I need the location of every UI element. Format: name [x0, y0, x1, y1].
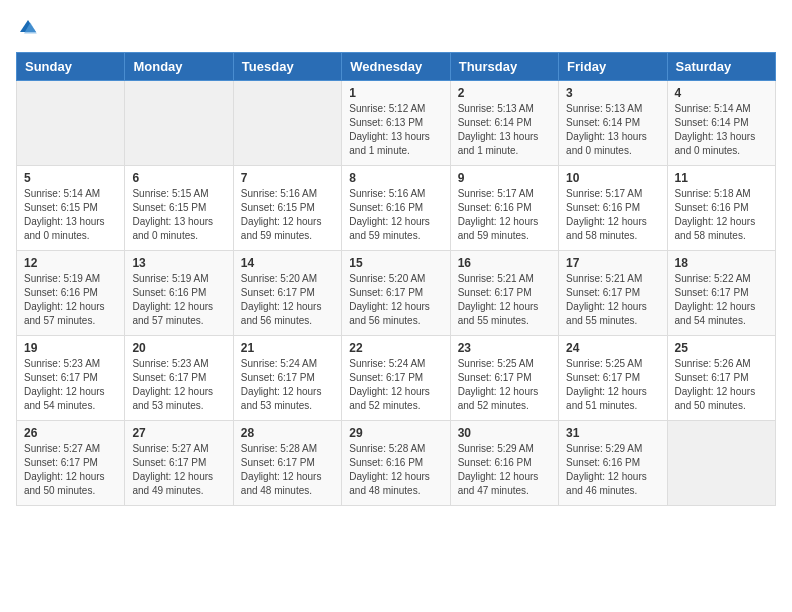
day-info-text: Sunset: 6:14 PM — [458, 116, 551, 130]
day-number: 15 — [349, 256, 442, 270]
day-info-text: Daylight: 12 hours and 57 minutes. — [24, 300, 117, 328]
day-number: 23 — [458, 341, 551, 355]
day-info-text: Daylight: 12 hours and 54 minutes. — [675, 300, 768, 328]
calendar-day-cell: 16Sunrise: 5:21 AMSunset: 6:17 PMDayligh… — [450, 251, 558, 336]
calendar-week-row: 1Sunrise: 5:12 AMSunset: 6:13 PMDaylight… — [17, 81, 776, 166]
day-info-text: Daylight: 12 hours and 59 minutes. — [458, 215, 551, 243]
day-info-text: Sunset: 6:17 PM — [675, 371, 768, 385]
day-info-text: Sunset: 6:17 PM — [675, 286, 768, 300]
day-number: 13 — [132, 256, 225, 270]
day-info-text: Daylight: 13 hours and 0 minutes. — [132, 215, 225, 243]
day-info-text: Sunset: 6:17 PM — [132, 371, 225, 385]
calendar-week-row: 26Sunrise: 5:27 AMSunset: 6:17 PMDayligh… — [17, 421, 776, 506]
calendar-day-cell: 4Sunrise: 5:14 AMSunset: 6:14 PMDaylight… — [667, 81, 775, 166]
day-info-text: Daylight: 12 hours and 55 minutes. — [458, 300, 551, 328]
day-info-text: Daylight: 12 hours and 51 minutes. — [566, 385, 659, 413]
calendar-day-cell — [17, 81, 125, 166]
day-info-text: Sunrise: 5:28 AM — [241, 442, 334, 456]
calendar-day-cell: 19Sunrise: 5:23 AMSunset: 6:17 PMDayligh… — [17, 336, 125, 421]
day-info-text: Sunrise: 5:25 AM — [458, 357, 551, 371]
day-info-text: Sunset: 6:17 PM — [24, 371, 117, 385]
day-info-text: Sunset: 6:16 PM — [675, 201, 768, 215]
day-number: 7 — [241, 171, 334, 185]
day-info-text: Sunrise: 5:20 AM — [349, 272, 442, 286]
day-number: 22 — [349, 341, 442, 355]
day-info-text: Sunset: 6:16 PM — [132, 286, 225, 300]
calendar-week-row: 19Sunrise: 5:23 AMSunset: 6:17 PMDayligh… — [17, 336, 776, 421]
day-info-text: Sunset: 6:15 PM — [24, 201, 117, 215]
day-info-text: Sunrise: 5:16 AM — [241, 187, 334, 201]
day-info-text: Sunset: 6:13 PM — [349, 116, 442, 130]
day-number: 18 — [675, 256, 768, 270]
calendar-day-cell — [233, 81, 341, 166]
day-info-text: Sunrise: 5:12 AM — [349, 102, 442, 116]
calendar-day-cell: 21Sunrise: 5:24 AMSunset: 6:17 PMDayligh… — [233, 336, 341, 421]
day-info-text: Sunset: 6:17 PM — [349, 371, 442, 385]
logo — [16, 16, 44, 40]
calendar-day-cell: 12Sunrise: 5:19 AMSunset: 6:16 PMDayligh… — [17, 251, 125, 336]
day-info-text: Sunrise: 5:19 AM — [24, 272, 117, 286]
calendar-day-cell: 28Sunrise: 5:28 AMSunset: 6:17 PMDayligh… — [233, 421, 341, 506]
day-info-text: Sunset: 6:16 PM — [566, 201, 659, 215]
calendar-day-cell: 17Sunrise: 5:21 AMSunset: 6:17 PMDayligh… — [559, 251, 667, 336]
calendar-day-cell: 29Sunrise: 5:28 AMSunset: 6:16 PMDayligh… — [342, 421, 450, 506]
day-info-text: Daylight: 12 hours and 59 minutes. — [349, 215, 442, 243]
day-number: 4 — [675, 86, 768, 100]
day-number: 25 — [675, 341, 768, 355]
day-info-text: Sunset: 6:17 PM — [241, 456, 334, 470]
day-info-text: Daylight: 12 hours and 54 minutes. — [24, 385, 117, 413]
day-info-text: Sunrise: 5:15 AM — [132, 187, 225, 201]
day-info-text: Sunset: 6:16 PM — [458, 456, 551, 470]
day-info-text: Sunset: 6:16 PM — [566, 456, 659, 470]
day-number: 10 — [566, 171, 659, 185]
calendar-day-cell: 27Sunrise: 5:27 AMSunset: 6:17 PMDayligh… — [125, 421, 233, 506]
day-number: 30 — [458, 426, 551, 440]
calendar-day-cell: 26Sunrise: 5:27 AMSunset: 6:17 PMDayligh… — [17, 421, 125, 506]
day-info-text: Daylight: 12 hours and 50 minutes. — [24, 470, 117, 498]
calendar-header-row: SundayMondayTuesdayWednesdayThursdayFrid… — [17, 53, 776, 81]
day-info-text: Sunset: 6:17 PM — [241, 371, 334, 385]
day-info-text: Daylight: 12 hours and 53 minutes. — [241, 385, 334, 413]
calendar-day-cell: 3Sunrise: 5:13 AMSunset: 6:14 PMDaylight… — [559, 81, 667, 166]
day-info-text: Daylight: 12 hours and 58 minutes. — [675, 215, 768, 243]
day-info-text: Daylight: 13 hours and 0 minutes. — [675, 130, 768, 158]
day-info-text: Daylight: 12 hours and 53 minutes. — [132, 385, 225, 413]
day-info-text: Sunset: 6:14 PM — [675, 116, 768, 130]
page-header — [16, 16, 776, 40]
day-info-text: Sunset: 6:17 PM — [24, 456, 117, 470]
day-info-text: Daylight: 13 hours and 0 minutes. — [24, 215, 117, 243]
day-info-text: Sunrise: 5:23 AM — [132, 357, 225, 371]
day-number: 26 — [24, 426, 117, 440]
day-info-text: Sunrise: 5:13 AM — [566, 102, 659, 116]
day-info-text: Sunrise: 5:14 AM — [675, 102, 768, 116]
day-info-text: Sunrise: 5:16 AM — [349, 187, 442, 201]
calendar-day-cell: 7Sunrise: 5:16 AMSunset: 6:15 PMDaylight… — [233, 166, 341, 251]
calendar-day-cell: 5Sunrise: 5:14 AMSunset: 6:15 PMDaylight… — [17, 166, 125, 251]
day-info-text: Daylight: 12 hours and 48 minutes. — [241, 470, 334, 498]
day-info-text: Daylight: 12 hours and 50 minutes. — [675, 385, 768, 413]
calendar-day-cell: 1Sunrise: 5:12 AMSunset: 6:13 PMDaylight… — [342, 81, 450, 166]
day-info-text: Sunrise: 5:29 AM — [458, 442, 551, 456]
day-info-text: Sunset: 6:17 PM — [241, 286, 334, 300]
day-info-text: Sunrise: 5:27 AM — [24, 442, 117, 456]
calendar-day-cell: 24Sunrise: 5:25 AMSunset: 6:17 PMDayligh… — [559, 336, 667, 421]
day-number: 5 — [24, 171, 117, 185]
calendar-day-cell: 15Sunrise: 5:20 AMSunset: 6:17 PMDayligh… — [342, 251, 450, 336]
day-of-week-header: Monday — [125, 53, 233, 81]
calendar-week-row: 12Sunrise: 5:19 AMSunset: 6:16 PMDayligh… — [17, 251, 776, 336]
day-info-text: Sunrise: 5:21 AM — [458, 272, 551, 286]
day-info-text: Sunrise: 5:24 AM — [241, 357, 334, 371]
calendar-day-cell: 20Sunrise: 5:23 AMSunset: 6:17 PMDayligh… — [125, 336, 233, 421]
day-info-text: Sunrise: 5:27 AM — [132, 442, 225, 456]
calendar-day-cell: 6Sunrise: 5:15 AMSunset: 6:15 PMDaylight… — [125, 166, 233, 251]
day-number: 2 — [458, 86, 551, 100]
day-info-text: Sunrise: 5:13 AM — [458, 102, 551, 116]
day-of-week-header: Wednesday — [342, 53, 450, 81]
day-info-text: Daylight: 12 hours and 49 minutes. — [132, 470, 225, 498]
day-info-text: Sunrise: 5:28 AM — [349, 442, 442, 456]
day-info-text: Sunrise: 5:17 AM — [566, 187, 659, 201]
day-number: 29 — [349, 426, 442, 440]
calendar-day-cell — [125, 81, 233, 166]
day-info-text: Sunrise: 5:26 AM — [675, 357, 768, 371]
day-info-text: Daylight: 12 hours and 57 minutes. — [132, 300, 225, 328]
